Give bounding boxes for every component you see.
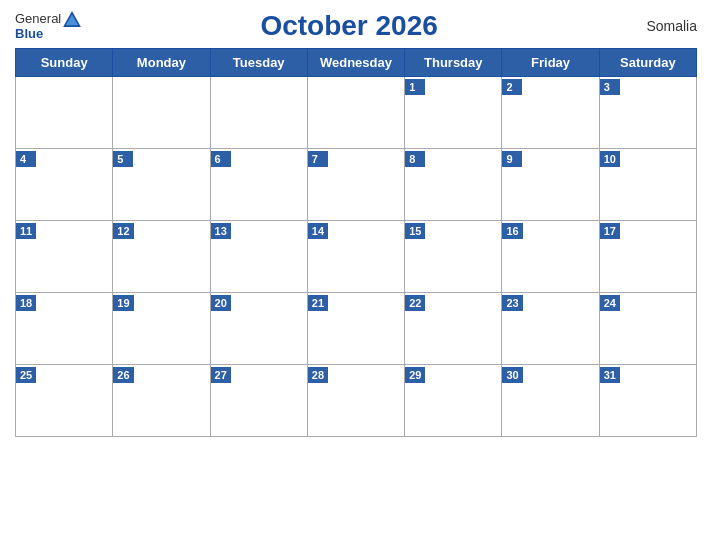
date-number: 17 [600, 223, 620, 239]
date-number: 8 [405, 151, 425, 167]
calendar-cell: 12 [113, 221, 210, 293]
logo: General Blue [15, 11, 81, 41]
calendar-cell [113, 77, 210, 149]
date-number: 25 [16, 367, 36, 383]
calendar-cell: 28 [307, 365, 404, 437]
logo-icon [63, 11, 81, 27]
date-number: 10 [600, 151, 620, 167]
date-number: 14 [308, 223, 328, 239]
calendar-cell: 10 [599, 149, 696, 221]
date-number: 18 [16, 295, 36, 311]
calendar-page: General Blue October 2026 Somalia Sunday… [0, 0, 712, 550]
date-number: 30 [502, 367, 522, 383]
calendar-cell: 4 [16, 149, 113, 221]
calendar-cell: 8 [405, 149, 502, 221]
header-saturday: Saturday [599, 49, 696, 77]
date-number: 19 [113, 295, 133, 311]
calendar-cell: 2 [502, 77, 599, 149]
calendar-cell: 18 [16, 293, 113, 365]
calendar-cell: 17 [599, 221, 696, 293]
calendar-cell: 11 [16, 221, 113, 293]
logo-blue: Blue [15, 27, 43, 41]
country-label: Somalia [617, 18, 697, 34]
calendar-week-row: 45678910 [16, 149, 697, 221]
date-number: 6 [211, 151, 231, 167]
calendar-cell: 15 [405, 221, 502, 293]
calendar-cell: 27 [210, 365, 307, 437]
calendar-cell: 7 [307, 149, 404, 221]
date-number: 15 [405, 223, 425, 239]
calendar-body: 1234567891011121314151617181920212223242… [16, 77, 697, 437]
date-number: 22 [405, 295, 425, 311]
days-header-row: Sunday Monday Tuesday Wednesday Thursday… [16, 49, 697, 77]
calendar-cell: 19 [113, 293, 210, 365]
calendar-cell [307, 77, 404, 149]
date-number: 20 [211, 295, 231, 311]
date-number: 16 [502, 223, 522, 239]
date-number: 4 [16, 151, 36, 167]
calendar-cell: 30 [502, 365, 599, 437]
calendar-cell: 16 [502, 221, 599, 293]
date-number: 21 [308, 295, 328, 311]
calendar-cell: 23 [502, 293, 599, 365]
date-number: 1 [405, 79, 425, 95]
calendar-cell: 14 [307, 221, 404, 293]
date-number: 9 [502, 151, 522, 167]
calendar-cell [210, 77, 307, 149]
date-number: 26 [113, 367, 133, 383]
calendar-title: October 2026 [81, 10, 617, 42]
header-wednesday: Wednesday [307, 49, 404, 77]
calendar-cell: 26 [113, 365, 210, 437]
calendar-header: General Blue October 2026 Somalia [15, 10, 697, 42]
date-number: 11 [16, 223, 36, 239]
date-number: 13 [211, 223, 231, 239]
calendar-cell: 5 [113, 149, 210, 221]
date-number: 7 [308, 151, 328, 167]
date-number: 29 [405, 367, 425, 383]
calendar-cell: 1 [405, 77, 502, 149]
calendar-cell: 3 [599, 77, 696, 149]
date-number: 31 [600, 367, 620, 383]
calendar-cell: 20 [210, 293, 307, 365]
date-number: 24 [600, 295, 620, 311]
calendar-cell: 22 [405, 293, 502, 365]
logo-general: General [15, 12, 61, 26]
date-number: 5 [113, 151, 133, 167]
calendar-week-row: 25262728293031 [16, 365, 697, 437]
calendar-cell: 21 [307, 293, 404, 365]
calendar-cell: 13 [210, 221, 307, 293]
header-friday: Friday [502, 49, 599, 77]
calendar-week-row: 11121314151617 [16, 221, 697, 293]
calendar-cell: 29 [405, 365, 502, 437]
date-number: 23 [502, 295, 522, 311]
date-number: 2 [502, 79, 522, 95]
header-tuesday: Tuesday [210, 49, 307, 77]
date-number: 12 [113, 223, 133, 239]
calendar-cell: 6 [210, 149, 307, 221]
date-number: 27 [211, 367, 231, 383]
date-number: 3 [600, 79, 620, 95]
calendar-cell: 31 [599, 365, 696, 437]
header-monday: Monday [113, 49, 210, 77]
calendar-cell: 24 [599, 293, 696, 365]
header-sunday: Sunday [16, 49, 113, 77]
calendar-cell: 9 [502, 149, 599, 221]
date-number: 28 [308, 367, 328, 383]
calendar-cell [16, 77, 113, 149]
calendar-week-row: 18192021222324 [16, 293, 697, 365]
calendar-table: Sunday Monday Tuesday Wednesday Thursday… [15, 48, 697, 437]
calendar-cell: 25 [16, 365, 113, 437]
calendar-week-row: 123 [16, 77, 697, 149]
header-thursday: Thursday [405, 49, 502, 77]
